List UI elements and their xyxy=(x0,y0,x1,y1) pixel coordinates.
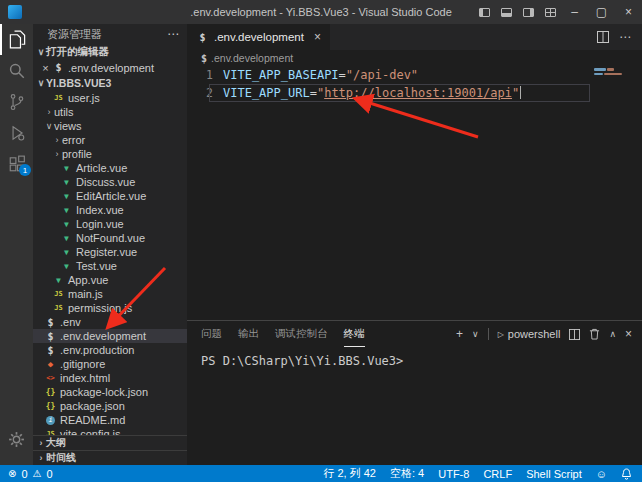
breadcrumb-item[interactable]: .env.development xyxy=(211,52,293,64)
tree-item-Discuss.vue[interactable]: Discuss.vue xyxy=(33,175,187,189)
problems-status[interactable]: ⊗ 0 ⚠ 0 xyxy=(8,468,53,480)
timeline-label: 时间线 xyxy=(46,451,76,465)
panel-tab-终端[interactable]: 终端 xyxy=(344,321,365,347)
tree-item-vite.config.js[interactable]: vite.config.js xyxy=(33,427,187,435)
line-text: VITE_APP_BASEAPI="/api-dev" xyxy=(213,68,418,82)
url-link[interactable]: http://localhost:19001/api xyxy=(324,86,512,100)
toggle-sidebar-button[interactable] xyxy=(473,0,495,24)
gear-icon xyxy=(8,431,25,448)
more-actions-icon[interactable]: ⋯ xyxy=(619,30,632,44)
toggle-panel-button[interactable] xyxy=(495,0,517,24)
split-editor-icon[interactable] xyxy=(597,31,609,43)
new-terminal-icon[interactable]: + xyxy=(456,327,463,341)
tree-item-user.js[interactable]: user.js xyxy=(33,91,187,105)
tree-item-label: Login.vue xyxy=(76,218,124,230)
file-tree: user.js › utils ∨ views › error › profil… xyxy=(33,91,187,435)
tab-label: .env.development xyxy=(214,31,304,43)
code-line[interactable]: 1 VITE_APP_BASEAPI="/api-dev" xyxy=(187,66,642,84)
tree-item-Article.vue[interactable]: Article.vue xyxy=(33,161,187,175)
tree-item-label: package.json xyxy=(60,400,125,412)
terminal-profile-dropdown-icon[interactable]: ∨ xyxy=(472,329,479,339)
code-line[interactable]: 2 VITE_APP_URL="http://localhost:19001/a… xyxy=(187,84,642,102)
tree-item-label: Register.vue xyxy=(76,246,137,258)
files-icon xyxy=(8,30,27,49)
open-editors-section-header[interactable]: ∨ 打开的编辑器 xyxy=(33,44,187,60)
tree-item-label: utils xyxy=(54,106,74,118)
tree-item-.env.production[interactable]: .env.production xyxy=(33,343,187,357)
line-number: 2 xyxy=(187,86,213,100)
code-lines: 1 VITE_APP_BASEAPI="/api-dev" 2 VITE_APP… xyxy=(187,66,642,102)
tree-item-package.json[interactable]: package.json xyxy=(33,399,187,413)
activity-search-button[interactable] xyxy=(0,55,33,86)
tree-item-package-lock.json[interactable]: package-lock.json xyxy=(33,385,187,399)
bottom-panel: 问题输出调试控制台终端 + ∨ ▷ powershell ∧ × xyxy=(187,320,642,465)
tree-item-.env.development[interactable]: .env.development xyxy=(33,329,187,343)
tree-item-views[interactable]: ∨ views xyxy=(33,119,187,133)
activity-source-control-button[interactable] xyxy=(0,86,33,117)
panel-tab-输出[interactable]: 输出 xyxy=(238,321,259,347)
activity-run-debug-button[interactable] xyxy=(0,117,33,148)
tree-item-label: profile xyxy=(62,148,92,160)
panel-tab-问题[interactable]: 问题 xyxy=(201,321,222,347)
code-editor[interactable]: 1 VITE_APP_BASEAPI="/api-dev" 2 VITE_APP… xyxy=(187,66,642,320)
panel-tab-调试控制台[interactable]: 调试控制台 xyxy=(275,321,328,347)
indentation-status[interactable]: 空格: 4 xyxy=(390,466,424,481)
file-icon xyxy=(60,206,73,215)
encoding-status[interactable]: UTF-8 xyxy=(438,468,469,480)
close-panel-icon[interactable]: × xyxy=(625,327,632,341)
close-button[interactable]: × xyxy=(615,0,642,24)
tree-item-Register.vue[interactable]: Register.vue xyxy=(33,245,187,259)
tab-env-development[interactable]: .env.development × xyxy=(187,24,330,50)
feedback-smiley-icon[interactable]: ☺ xyxy=(596,468,607,480)
activity-extensions-button[interactable]: 1 xyxy=(0,148,33,179)
kill-terminal-trash-icon[interactable] xyxy=(589,328,600,340)
project-section-header[interactable]: ∨ YI.BBS.VUE3 xyxy=(33,75,187,91)
timeline-section-header[interactable]: › 时间线 xyxy=(33,450,187,465)
tree-item-EditArticle.vue[interactable]: EditArticle.vue xyxy=(33,189,187,203)
tab-close-icon[interactable]: × xyxy=(314,30,321,44)
tree-item-utils[interactable]: › utils xyxy=(33,105,187,119)
tree-item-App.vue[interactable]: App.vue xyxy=(33,273,187,287)
split-terminal-icon[interactable] xyxy=(569,329,580,340)
activity-explorer-button[interactable] xyxy=(0,24,33,55)
maximize-panel-icon[interactable]: ∧ xyxy=(609,329,616,339)
sidebar-title: 资源管理器 xyxy=(47,27,102,42)
tree-item-profile[interactable]: › profile xyxy=(33,147,187,161)
terminal-output[interactable]: PS D:\CSharp\Yi\Yi.BBS.Vue3> xyxy=(187,347,642,465)
outline-section-header[interactable]: › 大纲 xyxy=(33,435,187,450)
vscode-logo-icon xyxy=(8,5,22,19)
minimap[interactable] xyxy=(594,68,640,77)
close-icon[interactable]: × xyxy=(39,62,52,74)
tree-item-label: EditArticle.vue xyxy=(76,190,146,202)
maximize-button[interactable]: ▢ xyxy=(588,0,615,24)
eol-status[interactable]: CRLF xyxy=(483,468,512,480)
tree-item-Login.vue[interactable]: Login.vue xyxy=(33,217,187,231)
settings-gear-button[interactable] xyxy=(0,424,33,455)
more-actions-icon[interactable]: ⋯ xyxy=(167,31,179,37)
open-editors-label: 打开的编辑器 xyxy=(46,45,109,59)
toggle-secondary-sidebar-button[interactable] xyxy=(517,0,539,24)
customize-layout-button[interactable] xyxy=(539,0,561,24)
breadcrumb[interactable]: $ .env.development xyxy=(187,50,642,66)
language-mode-status[interactable]: Shell Script xyxy=(526,468,582,480)
tree-item-main.js[interactable]: main.js xyxy=(33,287,187,301)
panel-tabs: 问题输出调试控制台终端 xyxy=(201,321,365,347)
tree-item-.env[interactable]: .env xyxy=(33,315,187,329)
open-editor-item[interactable]: × .env.development xyxy=(33,60,187,75)
cursor-position-status[interactable]: 行 2, 列 42 xyxy=(323,466,376,481)
terminal-tab-powershell[interactable]: ▷ powershell xyxy=(498,328,561,340)
tree-item-index.html[interactable]: index.html xyxy=(33,371,187,385)
tree-item-Index.vue[interactable]: Index.vue xyxy=(33,203,187,217)
file-icon xyxy=(44,374,57,382)
tree-item-.gitignore[interactable]: .gitignore xyxy=(33,357,187,371)
tree-item-error[interactable]: › error xyxy=(33,133,187,147)
project-root-label: YI.BBS.VUE3 xyxy=(46,77,111,89)
tree-item-Test.vue[interactable]: Test.vue xyxy=(33,259,187,273)
tree-item-NotFound.vue[interactable]: NotFound.vue xyxy=(33,231,187,245)
tree-item-permission.js[interactable]: permission.js xyxy=(33,301,187,315)
notifications-bell-icon[interactable] xyxy=(621,468,632,480)
tree-item-README.md[interactable]: README.md xyxy=(33,413,187,427)
minimize-button[interactable]: – xyxy=(561,0,588,24)
file-icon xyxy=(52,276,65,285)
activity-bar: 1 xyxy=(0,24,33,465)
